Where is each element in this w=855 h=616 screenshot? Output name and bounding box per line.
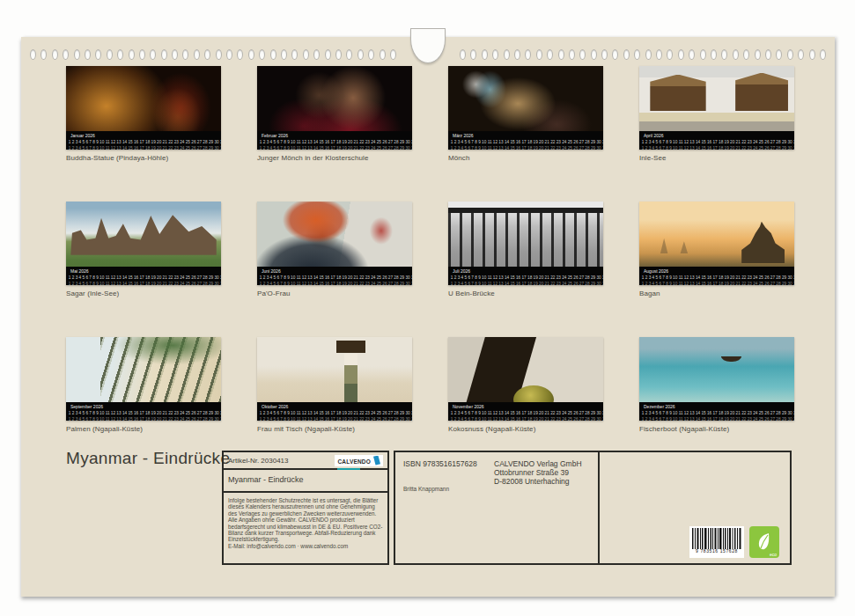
calendar-month-label: Januar 2026 (66, 131, 221, 138)
binding-ring (139, 49, 145, 60)
barcode-bars (692, 528, 741, 549)
binding-ring (390, 49, 396, 60)
binding-ring (335, 49, 342, 60)
photo-coconut: November 2026 1 2 3 4 5 6 7 8 9 10 11 12… (448, 337, 603, 421)
calvendo-logo-wordmark: CALVENDO (337, 451, 371, 470)
month-cell-july: Juli 2026 1 2 3 4 5 6 7 8 9 10 11 12 13 … (448, 202, 603, 337)
month-cell-february: Februar 2026 1 2 3 4 5 6 7 8 9 10 11 12 … (257, 66, 412, 202)
photo-young-monk: Februar 2026 1 2 3 4 5 6 7 8 9 10 11 12 … (257, 66, 412, 150)
binding-ring (547, 49, 553, 60)
binding-rings-right (451, 48, 835, 62)
calendar-strip: Dezember 2026 1 2 3 4 5 6 7 8 9 10 11 12… (639, 402, 794, 421)
binding-ring (30, 49, 36, 60)
publisher-city: D-82008 Unterhaching (494, 477, 582, 486)
calendar-weekdays-row: 1 2 3 4 5 6 7 8 9 10 11 12 13 14 15 16 1… (448, 280, 593, 285)
photo-palms-beach: September 2026 1 2 3 4 5 6 7 8 9 10 11 1… (66, 337, 221, 421)
calendar-strip: April 2026 1 2 3 4 5 6 7 8 9 10 11 12 13… (639, 131, 794, 150)
binding-ring (612, 49, 618, 60)
binding-ring (733, 49, 739, 60)
binding-ring (776, 49, 782, 60)
photo-caption: Fischerboot (Ngapali-Küste) (639, 425, 794, 433)
photo-pao-woman: Juni 2026 1 2 3 4 5 6 7 8 9 10 11 12 13 … (257, 202, 412, 285)
binding-ring (700, 49, 706, 60)
calendar-weekdays-row: 1 2 3 4 5 6 7 8 9 10 11 12 13 14 15 16 1… (66, 280, 211, 285)
calendar-days-row: 1 2 3 4 5 6 7 8 9 10 11 12 13 14 15 16 1… (66, 274, 211, 280)
binding-ring (820, 49, 826, 60)
month-cell-march: März 2026 1 2 3 4 5 6 7 8 9 10 11 12 13 … (448, 66, 603, 202)
calendar-days-row: 1 2 3 4 5 6 7 8 9 10 11 12 13 14 15 16 1… (257, 274, 402, 280)
binding-ring (569, 49, 575, 60)
binding-ring (504, 49, 510, 60)
binding-ring (558, 49, 564, 60)
binding-ring (216, 49, 222, 60)
photo-caption: Inle-See (639, 154, 794, 162)
calendar-month-label: September 2026 (66, 402, 221, 409)
binding-ring (325, 49, 331, 60)
binding-ring (357, 49, 364, 60)
calendar-weekdays-row: 1 2 3 4 5 6 7 8 9 10 11 12 13 14 15 16 1… (66, 415, 211, 421)
binding-ring (755, 49, 761, 60)
binding-ring (711, 49, 717, 60)
binding-ring (41, 49, 47, 60)
email-line: E-Mail: info@calvendo.com · www.calvendo… (228, 543, 348, 549)
month-cell-may: Mai 2026 1 2 3 4 5 6 7 8 9 10 11 12 13 1… (66, 202, 221, 337)
eco-label: eco (770, 552, 777, 557)
binding-ring (150, 49, 156, 60)
binding-ring (579, 49, 586, 60)
calendar-days-row: 1 2 3 4 5 6 7 8 9 10 11 12 13 14 15 16 1… (639, 409, 785, 415)
binding-ring (536, 49, 542, 60)
edition-info-box: Artikel-Nr. 2030413 CALVENDO Myanmar - E… (222, 451, 389, 565)
calendar-days-row: 1 2 3 4 5 6 7 8 9 10 11 12 13 14 15 16 1… (257, 138, 402, 144)
photo-caption: Pa'O-Frau (257, 290, 412, 297)
calendar-days-row: 1 2 3 4 5 6 7 8 9 10 11 12 13 14 15 16 1… (66, 138, 211, 144)
calendar-weekdays-row: 1 2 3 4 5 6 7 8 9 10 11 12 13 14 15 16 1… (257, 280, 402, 285)
binding-ring (460, 49, 466, 60)
binding-ring (634, 49, 640, 60)
calvendo-logo: CALVENDO (335, 455, 383, 466)
binding-ring (667, 49, 673, 60)
photo-caption: Palmen (Ngapali-Küste) (66, 425, 221, 433)
binding-ring (601, 49, 608, 60)
calendar-days-row: 1 2 3 4 5 6 7 8 9 10 11 12 13 14 15 16 1… (639, 138, 785, 144)
calendar-strip: Februar 2026 1 2 3 4 5 6 7 8 9 10 11 12 … (257, 131, 412, 150)
page-title: Myanmar - Eindrücke (66, 449, 230, 468)
photo-inle-lake: April 2026 1 2 3 4 5 6 7 8 9 10 11 12 13… (639, 66, 794, 150)
author-name: Britta Knappmann (403, 486, 449, 492)
binding-ring (482, 49, 488, 60)
barcode-digits: 9 783516 157628 (696, 548, 738, 554)
binding-ring (470, 49, 476, 60)
binding-rings-left (21, 48, 405, 62)
calendar-weekdays-row: 1 2 3 4 5 6 7 8 9 10 11 12 13 14 15 16 1… (448, 415, 593, 421)
binding-ring (514, 49, 520, 60)
binding-ring (743, 49, 749, 60)
binding-ring (787, 49, 793, 60)
calendar-month-label: Februar 2026 (257, 131, 412, 138)
calendar-strip: Oktober 2026 1 2 3 4 5 6 7 8 9 10 11 12 … (257, 402, 412, 421)
month-cell-june: Juni 2026 1 2 3 4 5 6 7 8 9 10 11 12 13 … (257, 202, 412, 337)
month-cell-april: April 2026 1 2 3 4 5 6 7 8 9 10 11 12 13… (639, 66, 794, 202)
binding-ring (161, 49, 167, 60)
calendar-days-row: 1 2 3 4 5 6 7 8 9 10 11 12 13 14 15 16 1… (639, 274, 785, 280)
binding-ring (74, 49, 80, 60)
photo-caption: Sagar (Inle-See) (66, 290, 221, 297)
binding-ring (259, 49, 265, 60)
binding-ring (591, 49, 597, 60)
binding-ring (765, 49, 771, 60)
calendar-strip: Juni 2026 1 2 3 4 5 6 7 8 9 10 11 12 13 … (257, 267, 412, 285)
binding-ring (248, 49, 254, 60)
binding-ring (204, 49, 210, 60)
photo-caption: Mönch (448, 154, 603, 162)
binding-ring (291, 49, 298, 60)
photo-sagar-stupas: Mai 2026 1 2 3 4 5 6 7 8 9 10 11 12 13 1… (66, 202, 221, 285)
calendar-strip: November 2026 1 2 3 4 5 6 7 8 9 10 11 12… (448, 402, 603, 421)
binding-ring (525, 49, 531, 60)
photo-caption: U Bein-Brücke (448, 290, 603, 297)
photo-monk-reading: März 2026 1 2 3 4 5 6 7 8 9 10 11 12 13 … (448, 66, 603, 150)
binding-ring (809, 49, 815, 60)
photo-caption: Junger Mönch in der Klosterschule (257, 154, 412, 162)
eco-icon: eco (749, 526, 779, 558)
binding-ring (172, 49, 178, 60)
binding-ring (645, 49, 652, 60)
binding-ring (237, 49, 243, 60)
month-cell-august: August 2026 1 2 3 4 5 6 7 8 9 10 11 12 1… (639, 202, 794, 337)
